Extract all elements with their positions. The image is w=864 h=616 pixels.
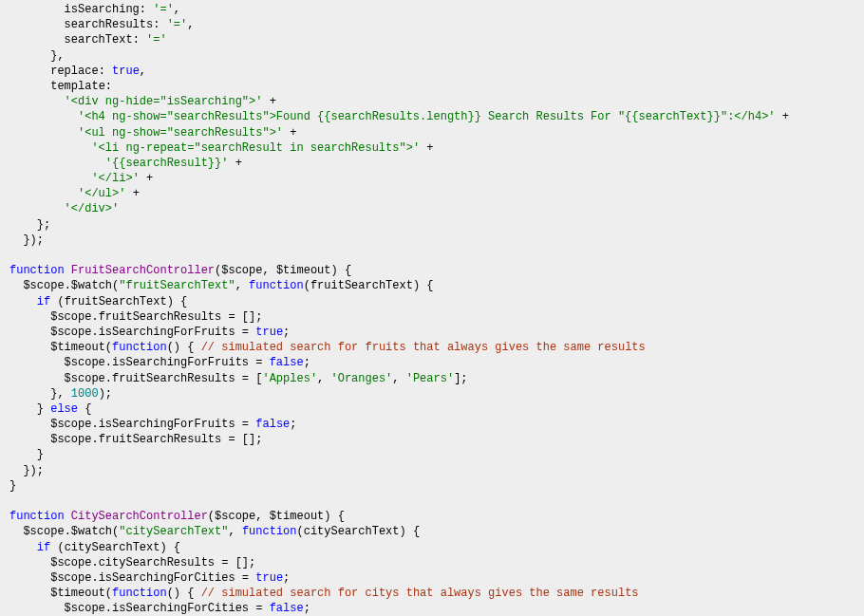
code-token-punct: . (91, 310, 98, 324)
code-line[interactable]: $scope.fruitSearchResults = ['Apples', '… (0, 371, 864, 386)
code-line[interactable]: if (citySearchText) { (0, 540, 864, 555)
code-line[interactable]: '<h4 ng-show="searchResults">Found {{sea… (0, 109, 864, 124)
code-token-var: $scope (221, 264, 262, 277)
code-line[interactable]: function FruitSearchController($scope, $… (0, 263, 864, 278)
code-token-string: "citySearchText" (119, 525, 228, 538)
code-token-punct: }); (9, 233, 44, 247)
code-line[interactable]: $scope.fruitSearchResults = []; (0, 309, 864, 325)
code-line[interactable]: '</div>' (0, 201, 864, 216)
code-line[interactable]: }; (0, 217, 864, 233)
code-token-punct: = [ (235, 372, 263, 385)
code-line[interactable]: '</ul>' + (0, 186, 864, 201)
code-line[interactable]: $scope.$watch("citySearchText", function… (0, 524, 864, 539)
code-line[interactable]: }, 1000); (0, 386, 864, 401)
code-token-comment: // simulated search for fruits that alwa… (201, 341, 646, 354)
code-token-punct: : (99, 65, 105, 78)
code-token-punct: = []; (221, 433, 262, 446)
code-token-propkey: isSearching (65, 3, 140, 16)
code-token-punct: . (91, 418, 98, 431)
code-line[interactable]: '{{searchResult}}' + (0, 156, 864, 171)
code-token-punct (9, 433, 50, 446)
code-token-punct: ( (208, 510, 215, 523)
code-line[interactable]: }); (0, 233, 864, 248)
code-token-string: '=' (153, 3, 174, 16)
code-line[interactable]: $scope.isSearchingForCities = true; (0, 570, 864, 586)
code-line[interactable]: $scope.citySearchResults = []; (0, 555, 864, 570)
code-viewer[interactable]: isSearching: '=', searchResults: '=', se… (0, 0, 864, 616)
code-token-punct: ) { (160, 541, 180, 554)
code-line[interactable]: }); (0, 463, 864, 478)
code-line[interactable] (0, 494, 864, 509)
code-token-func: FruitSearchController (71, 264, 215, 277)
code-token-op: = (235, 418, 256, 431)
code-token-punct (9, 157, 105, 170)
code-token-kw: function (112, 587, 167, 600)
code-line[interactable]: if (fruitSearchText) { (0, 294, 864, 309)
code-token-kw: function (249, 279, 304, 292)
code-token-bool: false (270, 602, 304, 615)
code-token-punct (9, 18, 65, 31)
code-line[interactable]: $scope.fruitSearchResults = []; (0, 432, 864, 447)
code-token-punct (9, 95, 65, 108)
code-token-punct: , (317, 372, 330, 385)
code-token-punct (9, 202, 65, 215)
code-token-func: CitySearchController (71, 510, 208, 523)
code-line[interactable]: }, (0, 48, 864, 64)
code-token-string: 'Oranges' (330, 372, 392, 385)
code-line[interactable]: $scope.isSearchingForFruits = false; (0, 355, 864, 370)
code-token-op: = (249, 356, 270, 369)
code-token-op: + (228, 157, 249, 170)
code-token-bool: true (255, 326, 283, 339)
code-line[interactable]: $scope.isSearchingForFruits = true; (0, 325, 864, 340)
code-token-punct: () { (167, 341, 201, 354)
code-token-propkey: searchText (65, 33, 133, 47)
code-line[interactable]: $scope.$watch("fruitSearchText", functio… (0, 278, 864, 293)
code-token-var: citySearchResults (99, 556, 215, 569)
code-line[interactable]: $scope.isSearchingForCities = false; (0, 601, 864, 616)
code-token-punct: ( (105, 587, 112, 600)
code-token-punct: , (187, 18, 194, 31)
code-token-string: 'Apples' (262, 372, 317, 385)
code-line[interactable]: } (0, 478, 864, 494)
code-token-var: isSearchingForFruits (99, 418, 235, 431)
code-token-punct: ) { (330, 264, 351, 277)
code-token-punct (9, 587, 50, 600)
code-line[interactable]: '<ul ng-show="searchResults">' + (0, 125, 864, 140)
code-line[interactable]: $scope.isSearchingForFruits = false; (0, 417, 864, 432)
code-token-bool: false (270, 356, 304, 369)
code-line[interactable]: replace: true, (0, 64, 864, 79)
code-line[interactable]: '<li ng-repeat="searchResult in searchRe… (0, 140, 864, 156)
code-token-punct: , (255, 510, 269, 523)
code-token-op: + (420, 141, 441, 155)
code-line[interactable]: searchResults: '=', (0, 17, 864, 32)
code-token-var: fruitSearchResults (99, 310, 222, 324)
code-line[interactable]: '</li>' + (0, 171, 864, 186)
code-token-punct (9, 541, 37, 554)
code-line[interactable]: isSearching: '=', (0, 2, 864, 17)
code-token-punct (9, 310, 50, 324)
code-token-op: = (235, 571, 256, 585)
code-line[interactable]: $timeout(function() { // simulated searc… (0, 586, 864, 601)
code-token-punct: ; (304, 602, 310, 615)
code-line[interactable]: $timeout(function() { // simulated searc… (0, 340, 864, 355)
code-token-bool: true (112, 65, 140, 78)
code-line[interactable]: searchText: '=' (0, 32, 864, 47)
code-token-var: fruitSearchText (65, 295, 167, 308)
code-line[interactable]: template: (0, 79, 864, 94)
code-token-punct (9, 372, 65, 385)
code-line[interactable]: } else { (0, 401, 864, 417)
code-line[interactable] (0, 248, 864, 263)
code-token-punct (9, 418, 50, 431)
code-token-punct: { (78, 402, 91, 416)
code-line[interactable]: '<div ng-hide="isSearching">' + (0, 94, 864, 109)
code-token-punct: }; (9, 218, 50, 232)
code-token-default (140, 33, 146, 47)
code-line[interactable]: function CitySearchController($scope, $t… (0, 509, 864, 524)
code-token-punct (9, 33, 65, 47)
code-token-string: '</ul>' (78, 187, 125, 200)
code-token-punct: . (91, 433, 98, 446)
code-token-default (105, 65, 112, 78)
code-line[interactable]: } (0, 447, 864, 462)
code-token-var: isSearchingForCities (99, 571, 235, 585)
code-token-punct: ; (283, 571, 290, 585)
